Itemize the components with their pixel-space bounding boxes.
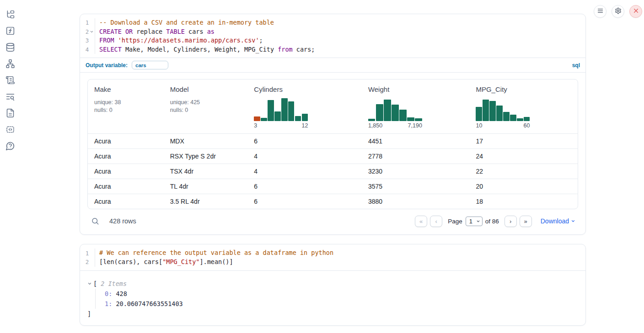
top-toolbar [594, 5, 642, 18]
table-cell: 6 [247, 194, 362, 209]
table-cell: 4 [247, 149, 362, 164]
search-icon[interactable] [91, 217, 99, 225]
python-code-editor[interactable]: 12# We can reference the output variable… [80, 244, 585, 270]
table-cell: RSX Type S 2dr [164, 149, 248, 164]
database-icon[interactable] [5, 42, 15, 52]
fold-chevron-icon[interactable] [89, 30, 95, 34]
histogram-bar [503, 112, 509, 121]
table-row: AcuraRSX Type S 2dr4277824 [88, 148, 578, 164]
entry-value: 428 [116, 290, 127, 297]
settings-gear-button[interactable] [612, 5, 624, 18]
data-table: Makeunique: 38nulls: 0Modelunique: 425nu… [87, 79, 578, 209]
hist-min-label: 1,850 [368, 122, 382, 129]
menu-icon [597, 7, 604, 16]
table-cell: 20 [469, 179, 578, 194]
download-label: Download [541, 217, 569, 225]
entry-key: 0: [105, 290, 112, 297]
help-icon[interactable] [5, 141, 15, 151]
search-logs-icon[interactable] [5, 92, 15, 101]
table-cell: 6 [247, 179, 362, 194]
histogram-bar [274, 111, 280, 121]
documentation-icon[interactable] [5, 108, 15, 118]
sql-code-editor[interactable]: 1234-- Download a CSV and create an in-m… [80, 14, 585, 58]
column-header-model[interactable]: Modelunique: 425nulls: 0 [164, 79, 248, 133]
first-page-button[interactable]: « [415, 216, 427, 227]
column-name: Weight [368, 85, 466, 93]
pagination: « ‹ Page 1 of 86 › » Download [415, 216, 575, 227]
histogram-bar [483, 100, 488, 121]
page-label: Page [448, 218, 462, 225]
table-cell: 18 [469, 194, 578, 209]
hist-max-label: 7,190 [408, 122, 422, 129]
python-cell: 12# We can reference the output variable… [80, 244, 586, 325]
table-cell: Acura [88, 134, 164, 148]
column-header-make[interactable]: Makeunique: 38nulls: 0 [88, 79, 164, 133]
histogram-bar [399, 110, 407, 121]
table-cell: 17 [469, 134, 578, 148]
column-header-cylinders[interactable]: Cylinders 312 [247, 79, 362, 133]
table-cell: MDX [164, 134, 248, 148]
page-select[interactable]: 1 [466, 217, 483, 226]
column-stats: unique: 425nulls: 0 [170, 99, 244, 114]
last-page-button[interactable]: » [520, 216, 532, 227]
column-stats: unique: 38nulls: 0 [94, 99, 160, 114]
histogram-bar [524, 117, 530, 121]
output-variable-input[interactable] [132, 61, 168, 69]
table-header-row: Makeunique: 38nulls: 0Modelunique: 425nu… [88, 79, 578, 133]
function-square-icon[interactable] [5, 26, 15, 36]
menu-button[interactable] [594, 5, 606, 18]
histogram-bar [489, 101, 495, 121]
close-button[interactable] [629, 5, 642, 18]
histogram-bar [392, 105, 399, 121]
python-output: [ 2 Items 0: 4281: 20.060747663551403 ] [80, 270, 585, 325]
histogram-bar [496, 106, 502, 121]
prev-page-button[interactable]: ‹ [430, 216, 442, 227]
column-name: Cylinders [254, 85, 358, 93]
table-cell: 2778 [362, 149, 470, 164]
table-row: AcuraMDX6445117 [88, 133, 578, 148]
table-cell: 4451 [362, 134, 470, 148]
chevron-down-icon [571, 219, 575, 223]
output-variable-label: Output variable: [86, 62, 128, 69]
column-name: Model [170, 85, 244, 93]
next-page-button[interactable]: › [504, 216, 517, 227]
table-cell: 4 [247, 164, 362, 179]
column-name: MPG_City [476, 85, 574, 93]
line-number: 4 [80, 46, 89, 53]
table-cell: 3230 [362, 164, 470, 179]
table-cell: 22 [469, 164, 578, 179]
column-header-weight[interactable]: Weight 1,8507,190 [362, 79, 470, 133]
histogram-bar [407, 117, 414, 121]
output-tree-entry: 0: 428 [105, 289, 578, 299]
sql-cell: 1234-- Download a CSV and create an in-m… [80, 14, 586, 235]
dependency-graph-icon[interactable] [5, 59, 15, 69]
line-number: 1 [80, 250, 89, 257]
sql-output: Makeunique: 38nulls: 0Modelunique: 425nu… [80, 73, 585, 234]
scroll-logs-icon[interactable] [5, 75, 15, 85]
line-number: 1 [80, 19, 89, 26]
line-number: 3 [80, 37, 89, 44]
column-header-mpg_city[interactable]: MPG_City 1060 [469, 79, 578, 133]
items-count-label: 2 Items [101, 279, 127, 289]
file-tree-icon[interactable] [5, 10, 15, 19]
code-line: SELECT Make, Model, Cylinders, Weight, M… [99, 45, 315, 54]
chevron-down-icon [476, 219, 480, 223]
collapse-chevron-icon[interactable] [87, 281, 93, 286]
table-row: Acura3.5 RL 4dr6388018 [88, 194, 578, 209]
code-line: FROM 'https://datasets.marimo.app/cars.c… [99, 36, 315, 45]
histogram-bar [476, 107, 482, 121]
table-cell: 3575 [362, 179, 470, 194]
open-bracket: [ [93, 279, 97, 289]
table-row: AcuraTSX 4dr4323022 [88, 164, 578, 179]
page-of-label: of 86 [485, 218, 499, 225]
download-button[interactable]: Download [541, 217, 575, 225]
snippets-icon[interactable] [5, 125, 15, 134]
histogram-bar [288, 101, 294, 121]
histogram-bar [254, 116, 260, 121]
language-badge: sql [572, 62, 580, 69]
close-bracket: ] [87, 309, 578, 319]
sidebar [0, 0, 20, 333]
notebook: 1234-- Download a CSV and create an in-m… [80, 0, 586, 326]
entry-key: 1: [105, 300, 112, 307]
histogram-bar [281, 98, 287, 121]
